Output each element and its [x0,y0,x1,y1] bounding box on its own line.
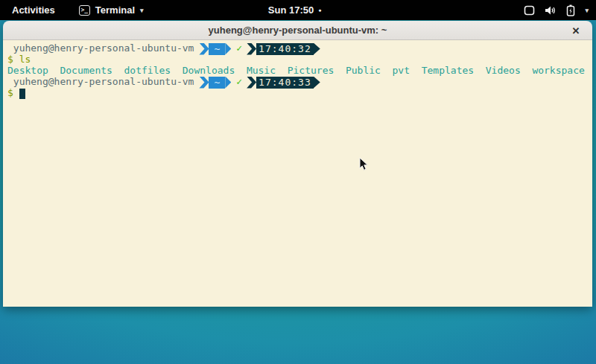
command-line: $ ls [7,54,589,66]
clock-button[interactable]: Sun 17:50 ● [268,4,322,16]
status-check-icon: ✓ [236,77,242,88]
directory-entry: Desktop [7,66,48,77]
ls-output-line: Desktop Documents dotfiles Downloads Mus… [7,66,589,77]
prompt-line: yuheng@henry-personal-ubuntu-vm ~ ✓ 17:4… [7,77,589,88]
powerline-arrow-icon [225,77,231,89]
powerline-arrow-icon [314,43,320,55]
app-menu-label: Terminal [95,4,135,16]
directory-entry: workspace [532,66,584,77]
directory-entry: Public [346,66,381,77]
directory-entry: Documents [60,66,112,77]
status-check-icon: ✓ [236,43,242,54]
battery-charging-icon [566,4,575,16]
chevron-down-icon: ▾ [140,7,144,14]
prompt-directory: ~ [209,77,225,89]
window-titlebar[interactable]: yuheng@henry-personal-ubuntu-vm: ~ ✕ [3,21,592,40]
directory-entry: Music [247,66,276,77]
prompt-user-host: yuheng@henry-personal-ubuntu-vm [13,77,194,88]
powerline-arrow-icon [225,43,231,55]
directory-entry: Videos [486,66,521,77]
app-menu-terminal[interactable]: >_ Terminal ▾ [79,4,144,16]
powerline-chevron-icon [199,43,209,55]
prompt-time: 17:40:32 [256,43,314,55]
prompt-symbol: $ [7,54,13,66]
directory-entry: Pictures [288,66,335,77]
close-icon[interactable]: ✕ [569,24,583,37]
powerline-chevron-icon [199,77,209,89]
terminal-icon: >_ [79,5,90,16]
powerline-path-segment: ~ [194,77,231,89]
directory-entry: Downloads [183,66,235,77]
command-text: ls [19,54,31,66]
chevron-down-icon: ▾ [585,7,589,14]
terminal-cursor [19,89,25,99]
prompt-user-host: yuheng@henry-personal-ubuntu-vm [13,43,194,54]
directory-entry: Templates [422,66,474,77]
prompt-directory: ~ [209,43,225,55]
powerline-time-segment: 17:40:32 [247,43,320,55]
powerline-time-segment: 17:40:33 [247,77,320,89]
gnome-top-bar: Activities >_ Terminal ▾ Sun 17:50 ● [0,0,596,20]
clock-label: Sun 17:50 [268,4,314,16]
terminal-content[interactable]: yuheng@henry-personal-ubuntu-vm ~ ✓ 17:4… [3,40,592,307]
system-status-area[interactable]: ▾ [524,4,589,16]
powerline-chevron-icon [247,77,256,89]
terminal-window: yuheng@henry-personal-ubuntu-vm: ~ ✕ yuh… [3,21,592,307]
prompt-time: 17:40:33 [256,77,314,89]
window-title: yuheng@henry-personal-ubuntu-vm: ~ [209,25,387,36]
prompt-symbol: $ [7,88,13,99]
powerline-path-segment: ~ [194,43,231,55]
input-line[interactable]: $ [7,88,589,99]
powerline-arrow-icon [314,77,320,89]
directory-entry: dotfiles [124,66,171,77]
screen-icon [524,5,535,16]
directory-entry: pvt [393,66,410,77]
volume-icon [545,5,557,16]
mouse-cursor [359,157,369,174]
desktop: Activities >_ Terminal ▾ Sun 17:50 ● [0,0,596,364]
activities-button[interactable]: Activities [7,3,60,17]
powerline-chevron-icon [247,43,256,55]
notification-dot-icon: ● [318,7,321,13]
prompt-line: yuheng@henry-personal-ubuntu-vm ~ ✓ 17:4… [7,43,589,54]
